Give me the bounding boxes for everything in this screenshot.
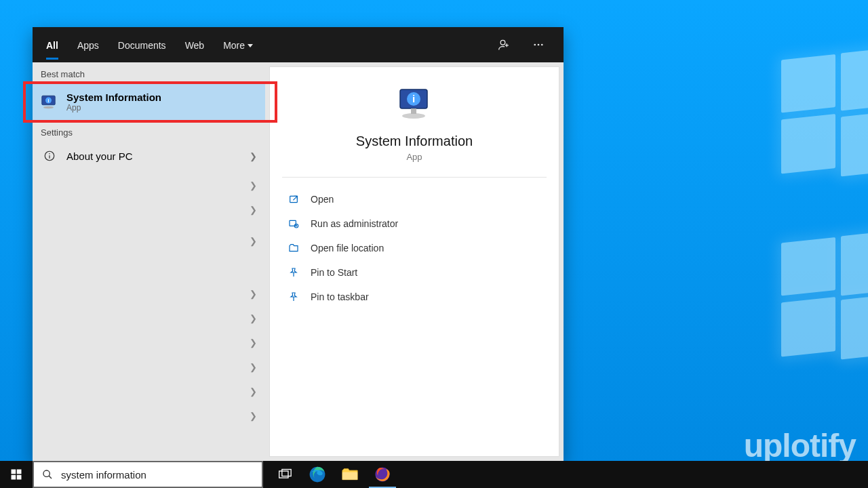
list-item[interactable]: ❯ <box>33 228 265 253</box>
action-open[interactable]: Open <box>285 187 544 211</box>
action-pin-to-taskbar[interactable]: Pin to taskbar <box>285 285 544 309</box>
chevron-right-icon: ❯ <box>250 338 257 348</box>
svg-point-3 <box>541 44 543 46</box>
svg-point-25 <box>43 470 50 476</box>
tab-documents[interactable]: Documents <box>118 30 166 59</box>
search-flyout: All Apps Documents Web More Best match <box>33 27 564 461</box>
svg-rect-28 <box>282 470 291 476</box>
pin-icon <box>288 291 300 303</box>
chevron-right-icon: ❯ <box>250 411 257 421</box>
tab-more[interactable]: More <box>223 30 253 59</box>
svg-text:i: i <box>412 93 415 104</box>
chevron-right-icon: ❯ <box>250 236 257 246</box>
search-icon <box>42 469 53 480</box>
watermark: uplotify <box>744 427 856 464</box>
info-icon <box>41 147 58 165</box>
preview-subtitle: App <box>406 152 422 162</box>
list-item[interactable]: ❯ <box>33 354 265 379</box>
chevron-right-icon: ❯ <box>250 313 257 323</box>
windows-logo-rays <box>719 27 868 366</box>
action-run-as-admin[interactable]: Run as administrator <box>285 211 544 236</box>
admin-icon <box>288 218 300 230</box>
list-item[interactable]: ❯ <box>33 197 265 222</box>
svg-rect-22 <box>17 470 22 474</box>
folder-icon <box>288 242 300 254</box>
chevron-right-icon: ❯ <box>250 289 257 299</box>
list-item[interactable]: ❯ <box>33 330 265 354</box>
result-title: About your PC <box>66 150 133 162</box>
chevron-right-icon: ❯ <box>250 386 257 396</box>
svg-line-26 <box>49 476 52 479</box>
result-system-information[interactable]: i System Information App <box>33 83 265 121</box>
tab-more-label: More <box>223 40 245 51</box>
svg-point-2 <box>538 44 540 46</box>
search-body: Best match i System Information App Sett <box>33 62 564 461</box>
chevron-right-icon: ❯ <box>250 151 257 161</box>
section-best-match: Best match <box>33 62 265 83</box>
svg-rect-27 <box>279 471 288 478</box>
svg-rect-15 <box>411 108 416 114</box>
action-label: Run as administrator <box>311 218 398 229</box>
tab-web[interactable]: Web <box>185 30 205 59</box>
edge-icon[interactable] <box>301 461 334 488</box>
chevron-right-icon: ❯ <box>250 205 257 215</box>
result-about-your-pc[interactable]: About your PC ❯ <box>33 142 265 170</box>
action-label: Open file location <box>311 243 384 253</box>
chevron-down-icon <box>248 44 253 47</box>
svg-rect-21 <box>12 470 16 474</box>
section-settings: Settings <box>33 121 265 142</box>
chevron-right-icon: ❯ <box>250 362 257 372</box>
firefox-icon[interactable] <box>366 461 399 488</box>
action-label: Open <box>311 194 334 205</box>
task-view-icon[interactable] <box>269 461 301 488</box>
action-label: Pin to taskbar <box>311 291 369 302</box>
list-item[interactable]: ❯ <box>33 281 265 306</box>
list-item[interactable]: ❯ <box>33 379 265 403</box>
list-item[interactable]: ❯ <box>33 173 265 197</box>
result-preview: i System Information App Open <box>269 66 559 457</box>
list-item[interactable]: ❯ <box>33 403 265 428</box>
open-icon <box>288 193 300 205</box>
feedback-icon[interactable] <box>497 37 512 52</box>
preview-app-icon: i <box>396 87 433 121</box>
ghost-rows: ❯ ❯ ❯ ❯ ❯ ❯ ❯ ❯ ❯ <box>33 173 265 428</box>
chevron-right-icon: ❯ <box>250 180 257 190</box>
svg-rect-23 <box>12 475 16 480</box>
list-item[interactable]: ❯ <box>33 306 265 330</box>
svg-point-14 <box>402 113 425 119</box>
action-label: Pin to Start <box>311 267 357 278</box>
search-tabbar: All Apps Documents Web More <box>33 27 564 62</box>
taskbar-search-box[interactable] <box>33 461 263 488</box>
file-explorer-icon[interactable] <box>334 461 366 488</box>
svg-point-0 <box>500 40 505 45</box>
start-button[interactable] <box>0 461 33 488</box>
svg-point-7 <box>43 106 54 108</box>
result-title: System Information <box>66 92 161 103</box>
svg-rect-24 <box>17 475 22 480</box>
divider <box>282 177 547 178</box>
svg-point-10 <box>49 153 50 155</box>
svg-rect-30 <box>342 472 357 480</box>
tab-apps[interactable]: Apps <box>77 30 99 59</box>
pin-icon <box>288 266 300 279</box>
actions-list: Open Run as administrator Open file loca… <box>270 187 559 309</box>
results-list: Best match i System Information App Sett <box>33 62 265 461</box>
preview-title: System Information <box>356 134 473 149</box>
svg-point-1 <box>534 44 536 46</box>
action-open-file-location[interactable]: Open file location <box>285 236 544 260</box>
taskbar <box>0 461 868 488</box>
tab-all[interactable]: All <box>46 30 58 59</box>
app-icon: i <box>41 94 58 111</box>
action-pin-to-start[interactable]: Pin to Start <box>285 260 544 285</box>
result-subtitle: App <box>66 103 161 113</box>
svg-text:i: i <box>48 98 50 103</box>
search-input[interactable] <box>61 469 254 481</box>
more-options-icon[interactable] <box>531 37 546 52</box>
